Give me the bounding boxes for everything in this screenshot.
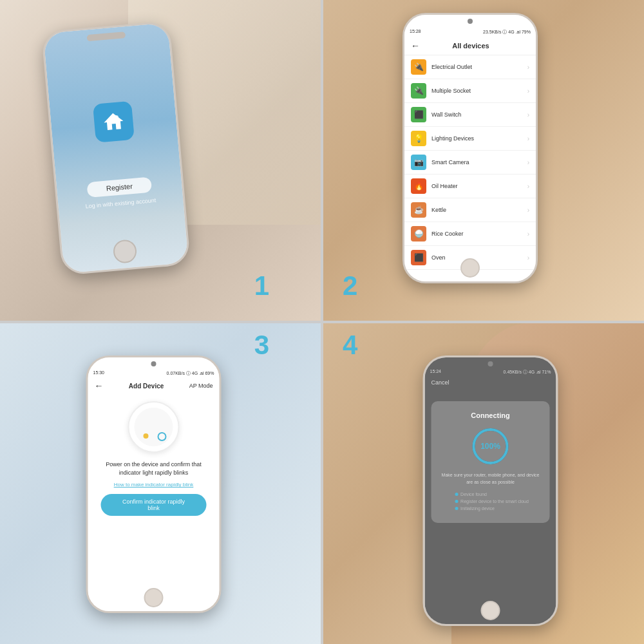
device-name-wall-switch: Wall Switch	[431, 111, 527, 118]
check-label-3: Initializing device	[460, 505, 495, 512]
device-name-rice-cooker: Rice Cooker	[431, 231, 527, 237]
signal-2: 23.5KB/s ⓘ 4G .al 79%	[483, 29, 531, 35]
phone-screen-3: 15:30 0.07KB/s ⓘ 4G .al 69% ← Add Device…	[88, 357, 220, 611]
status-bar-2: 15:28 23.5KB/s ⓘ 4G .al 79%	[404, 28, 536, 37]
check-dot-3	[455, 507, 458, 510]
connecting-card: Connecting 100% Make sure your router, m…	[431, 401, 550, 523]
lighting-icon: 💡	[411, 131, 426, 146]
device-name-kettle: Kettle	[431, 207, 527, 213]
back-button-3[interactable]: ←	[95, 381, 104, 391]
register-button[interactable]: Register	[86, 176, 153, 198]
device-item-rice-cooker[interactable]: 🍚 Rice Cooker ›	[404, 222, 536, 246]
device-name-oil-heater: Oil Heater	[431, 183, 527, 189]
device-name-oven: Oven	[431, 254, 527, 261]
connecting-screen: 15:24 0.45KB/s ⓘ 4G .al 71% Cancel Conne…	[425, 357, 556, 624]
device-name-electrical-outlet: Electrical Outlet	[431, 64, 527, 70]
chevron-icon-3: ›	[527, 111, 529, 118]
phone-notch-4	[488, 361, 493, 366]
oven-icon: ⬛	[411, 250, 426, 265]
main-grid: Register Log in with existing account 1 …	[0, 0, 644, 644]
camera-icon: 📷	[411, 155, 426, 170]
step-number-1: 1	[254, 270, 269, 301]
login-text: Log in with existing account	[85, 197, 156, 210]
time-3: 15:30	[93, 370, 105, 377]
check-item-2: Register device to the smart cloud	[455, 498, 529, 505]
chevron-icon-8: ›	[527, 231, 529, 238]
blink-help-link[interactable]: How to make indicator rapidly blink	[114, 482, 194, 488]
ap-mode-label: AP Mode	[189, 383, 213, 389]
device-item-electrical-outlet[interactable]: 🔌 Electrical Outlet ›	[404, 55, 536, 79]
status-bar-3: 15:30 0.07KB/s ⓘ 4G .al 69%	[88, 369, 220, 378]
wall-switch-icon: ⬛	[411, 107, 426, 122]
device-name-multiple-socket: Multiple Socket	[431, 88, 527, 94]
time-2: 15:28	[410, 29, 421, 35]
phone-notch-3	[151, 361, 156, 366]
phone-home-button-4[interactable]	[481, 601, 500, 620]
device-item-lighting[interactable]: 💡 Lighting Devices ›	[404, 127, 536, 151]
time-4: 15:24	[430, 369, 442, 375]
chevron-icon-9: ›	[527, 254, 529, 261]
phone-frame-1: Register Log in with existing account	[41, 21, 191, 276]
connecting-title: Connecting	[471, 412, 510, 419]
check-dot-1	[455, 493, 458, 496]
check-label-1: Device found	[460, 491, 487, 498]
house-icon	[101, 109, 126, 135]
chevron-icon-1: ›	[527, 64, 529, 71]
device-name-camera: Smart Camera	[431, 159, 527, 166]
check-item-1: Device found	[455, 491, 529, 498]
phone-frame-4: 15:24 0.45KB/s ⓘ 4G .al 71% Cancel Conne…	[423, 355, 558, 626]
kettle-icon: ☕	[411, 202, 426, 218]
step-4-cell: 15:24 0.45KB/s ⓘ 4G .al 71% Cancel Conne…	[323, 323, 644, 644]
blue-dot	[158, 432, 167, 441]
step-1-cell: Register Log in with existing account 1	[0, 0, 321, 321]
confirm-blink-button[interactable]: Confirm indicator rapidly blink	[101, 494, 206, 516]
device-item-kettle[interactable]: ☕ Kettle ›	[404, 198, 536, 222]
device-name-lighting: Lighting Devices	[431, 135, 527, 142]
device-item-multiple-socket[interactable]: 🔌 Multiple Socket ›	[404, 79, 536, 103]
signal-4: 0.45KB/s ⓘ 4G .al 71%	[504, 369, 551, 375]
checklist: Device found Register device to the smar…	[452, 491, 529, 513]
multiple-socket-icon: 🔌	[411, 83, 426, 99]
chevron-icon-7: ›	[527, 207, 529, 214]
status-bar-4: 15:24 0.45KB/s ⓘ 4G .al 71%	[425, 368, 556, 377]
chevron-icon-5: ›	[527, 159, 529, 166]
signal-3: 0.07KB/s ⓘ 4G .al 69%	[167, 370, 214, 377]
chevron-icon-2: ›	[527, 88, 529, 95]
device-item-wall-switch[interactable]: ⬛ Wall Switch ›	[404, 103, 536, 127]
add-device-title: Add Device	[129, 383, 164, 390]
device-item-camera[interactable]: 📷 Smart Camera ›	[404, 151, 536, 175]
chevron-icon-6: ›	[527, 183, 529, 190]
phone-screen-4: 15:24 0.45KB/s ⓘ 4G .al 71% Cancel Conne…	[425, 357, 556, 624]
app-icon	[93, 101, 135, 143]
step-number-2: 2	[343, 270, 357, 301]
devices-header: ← All devices	[404, 37, 536, 55]
phone-frame-3: 15:30 0.07KB/s ⓘ 4G .al 69% ← Add Device…	[86, 355, 222, 613]
chevron-icon-4: ›	[527, 135, 529, 142]
device-illustration	[128, 401, 180, 453]
step-3-cell: 15:30 0.07KB/s ⓘ 4G .al 69% ← Add Device…	[0, 323, 321, 644]
progress-circle: 100%	[471, 427, 510, 466]
step-number-3: 3	[254, 330, 269, 361]
check-dot-2	[455, 500, 458, 503]
phone-notch-2	[468, 19, 473, 24]
electrical-outlet-icon: 🔌	[411, 59, 426, 75]
rice-cooker-icon: 🍚	[411, 226, 426, 242]
cancel-button[interactable]: Cancel	[425, 377, 556, 388]
step-2-cell: 15:28 23.5KB/s ⓘ 4G .al 79% ← All device…	[323, 0, 644, 321]
add-device-header: ← Add Device AP Mode	[88, 378, 220, 393]
add-device-instruction: Power on the device and confirm that ind…	[88, 460, 220, 477]
back-button-2[interactable]: ←	[411, 41, 420, 51]
all-devices-title: All devices	[425, 42, 516, 50]
all-devices-screen: 15:28 23.5KB/s ⓘ 4G .al 79% ← All device…	[404, 15, 536, 281]
add-device-screen: 15:30 0.07KB/s ⓘ 4G .al 69% ← Add Device…	[88, 357, 220, 611]
app-login-screen: Register Log in with existing account	[43, 23, 189, 273]
check-label-2: Register device to the smart cloud	[460, 498, 529, 505]
phone-screen-1: Register Log in with existing account	[43, 23, 189, 273]
phone-home-button-3[interactable]	[144, 588, 164, 607]
oil-heater-icon: 🔥	[411, 178, 426, 194]
device-item-oil-heater[interactable]: 🔥 Oil Heater ›	[404, 175, 536, 198]
percent-label: 100%	[480, 442, 500, 451]
step-number-4: 4	[343, 330, 357, 361]
phone-screen-2: 15:28 23.5KB/s ⓘ 4G .al 79% ← All device…	[404, 15, 536, 281]
phone-home-button-2[interactable]	[460, 258, 480, 278]
